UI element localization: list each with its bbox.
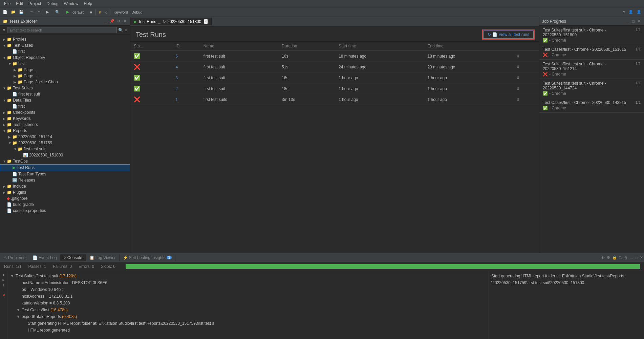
job-item[interactable]: Test Cases/first - Chrome - 20220530_151… [539,45,644,60]
undo-btn[interactable]: ↶ [29,9,35,15]
profile-btn[interactable]: 👤 [635,9,643,15]
menu-help[interactable]: Help [81,1,95,7]
search-btn[interactable]: 🔍 [118,28,123,33]
tree-item-testops[interactable]: ▼ 📁 TestOps [0,158,130,164]
clear-log-btn[interactable]: ✕ [1,293,6,297]
tree-item-reports[interactable]: ▼ 📁 Reports [0,128,130,134]
tree-item-or-jackie[interactable]: ▶ 📁 Page_Jackie Chan [0,79,130,85]
tab-problems[interactable]: ⚠ Problems [0,254,29,261]
tree-item-buildgradle[interactable]: 📄 build.gradle [0,202,130,208]
settings-btn[interactable]: ⚙ [116,19,122,24]
job-item[interactable]: Test Suites/first test suit - Chrome - 2… [539,79,644,98]
tree-item-releases[interactable]: 🆕 Releases [0,177,130,183]
clear-search-btn[interactable]: ✕ [125,28,128,33]
table-row[interactable]: ✅ 5 first test suit 16s 18 minutes ago 1… [130,51,539,62]
debug-mode-btn[interactable]: Debug [130,9,144,15]
rp-maximize-btn[interactable]: □ [631,19,636,24]
tree-item-checkpoints[interactable]: ▶ 📁 Checkpoints [0,109,130,115]
tree-item-or-page[interactable]: ▶ 📁 Page_ [0,67,130,73]
tree-item-plugins[interactable]: ▶ 📁 Plugins [0,189,130,195]
bt-config-btn[interactable]: ⚙ [606,255,611,260]
console-icon: > [64,255,66,260]
tree-item-gitignore[interactable]: ◆ .gitignore [0,195,130,202]
rp-minimize-btn[interactable]: — [625,19,630,24]
menu-project[interactable]: Project [26,1,44,7]
user-btn[interactable]: 👤 [627,9,635,15]
scroll-down-btn[interactable]: − [2,288,6,292]
bt-clear-btn[interactable]: 🗑 [623,255,629,260]
tab-console[interactable]: > Console [61,254,86,261]
tree-item-ts-first[interactable]: 📄 first test suit [0,91,130,97]
tree-item-objrepo[interactable]: ▼ 📁 Object Repository [0,55,130,61]
bt-minimize-btm-btn[interactable]: — [629,255,635,260]
spy-btn[interactable]: 🔍 [54,9,61,15]
collapse-btn[interactable]: — [102,19,108,24]
tree-item-tc-first[interactable]: 📄 first [0,48,130,55]
filter-btn[interactable]: ▼ [2,28,6,33]
tree-item-consoleprops[interactable]: 📄 console.properties [0,208,130,214]
tree-item-testcases[interactable]: ▼ 📁 Test Cases [0,42,130,48]
table-row[interactable]: ❌ 1 first test suits 3m 13s 1 hour ago 1… [130,94,539,105]
job-item[interactable]: Test Suites/first test suit - Chrome - 2… [539,60,644,79]
table-row[interactable]: ✅ 2 first test suit 18s 1 hour ago 1 hou… [130,83,539,94]
tree-item-or-page2[interactable]: ▶ 📁 Page_- - [0,73,130,79]
run-config-btn[interactable]: default [71,9,85,15]
pin-btn[interactable]: 📌 [109,19,115,24]
cell-end: 1 hour ago [424,83,513,94]
scroll-up-btn[interactable]: + [2,283,6,287]
menu-file[interactable]: File [1,1,13,7]
new-btn[interactable]: 📄 [1,9,9,15]
tree-item-rep151800[interactable]: 📊 20220530_151800 [0,152,130,158]
view-all-btn[interactable]: ↻ 📄 View all test runs [483,30,534,39]
tab-testruns[interactable]: ▶ Test Runs ⎯ ↻ 20220530_151800 ✕ [130,18,212,25]
tab-logviewer[interactable]: 📋 Log Viewer [86,254,120,261]
job-item-status: ✅ - Chrome [543,38,641,43]
bt-eye-btn[interactable]: 👁 [600,255,606,260]
table-row[interactable]: ✅ 3 first test suit 16s 1 hour ago 1 hou… [130,72,539,83]
bt-sort-btn[interactable]: ⇅ [618,255,623,260]
close-left-btn[interactable]: ✕ [122,19,127,24]
tree-item-rep151759[interactable]: ▼ 📁 20220530_151759 [0,140,130,146]
katalon-btn[interactable]: K [98,9,103,15]
runtypes-icon: 📄 [12,172,17,176]
job-item[interactable]: Test Cases/first - Chrome - 20220530_143… [539,98,644,113]
search-input[interactable] [7,27,117,33]
table-row[interactable]: ❌ 4 first test suit 51s 24 minutes ago 2… [130,62,539,72]
menu-edit[interactable]: Edit [13,1,26,7]
menu-window[interactable]: Window [61,1,81,7]
tree-item-profiles[interactable]: ▶ 📁 Profiles [0,36,130,42]
tree-item-rep151214[interactable]: ▶ 📁 20220530_151214 [0,134,130,140]
tab-selfhealing[interactable]: ⚡ Self-healing Insights 3 [120,254,176,261]
build-btn[interactable]: ▶ [45,9,50,15]
bt-maximize-btm-btn[interactable]: □ [635,255,639,260]
tree-item-keywords[interactable]: ▶ 📁 Keywords [0,115,130,122]
redo-btn[interactable]: ↷ [35,9,41,15]
stop-btn[interactable]: ■ [89,9,94,15]
rp-close-btn[interactable]: ✕ [636,19,641,24]
tree-item-testrun-types[interactable]: 📄 Test Run Types [0,171,130,177]
tab-testruns-close[interactable]: ✕ [204,19,208,24]
run-btn[interactable]: ▶ [65,9,70,15]
bt-close-btm-btn[interactable]: ✕ [639,255,644,260]
tree-item-df-first[interactable]: 📄 first [0,103,130,109]
tree-item-include[interactable]: ▶ 📁 Include [0,183,130,189]
label-ts-first: first test suit [18,92,40,97]
selfhealing-icon: ⚡ [123,255,128,260]
expand-all-btn[interactable]: ▼ [1,273,6,277]
open-btn[interactable]: 📁 [9,9,17,15]
help-btn[interactable]: ? [622,9,626,15]
tree-item-rep-firstsuit[interactable]: ▼ 📁 first test suit [0,146,130,152]
bt-lock-btn[interactable]: 🔒 [611,255,618,260]
collapse-all-btn[interactable]: ► [1,278,6,282]
tree-item-testruns[interactable]: ▶ Test Runs [0,164,130,171]
katalon2-btn[interactable]: K [103,9,108,15]
tree-item-datafiles[interactable]: ▼ 📁 Data Files [0,97,130,103]
tab-eventlog[interactable]: 📄 Event Log [29,254,61,261]
tree-item-testsuites[interactable]: ▼ 📁 Test Suites [0,85,130,91]
job-item[interactable]: Test Suites/first test suit - Chrome - 2… [539,26,644,45]
keyword-btn[interactable]: Keyword [112,9,129,15]
tree-item-testlisteners[interactable]: ▶ 📁 Test Listeners [0,122,130,128]
save-btn[interactable]: 💾 [18,9,25,15]
tree-item-or-first[interactable]: ▼ 📁 first [0,61,130,67]
menu-debug[interactable]: Debug [44,1,61,7]
